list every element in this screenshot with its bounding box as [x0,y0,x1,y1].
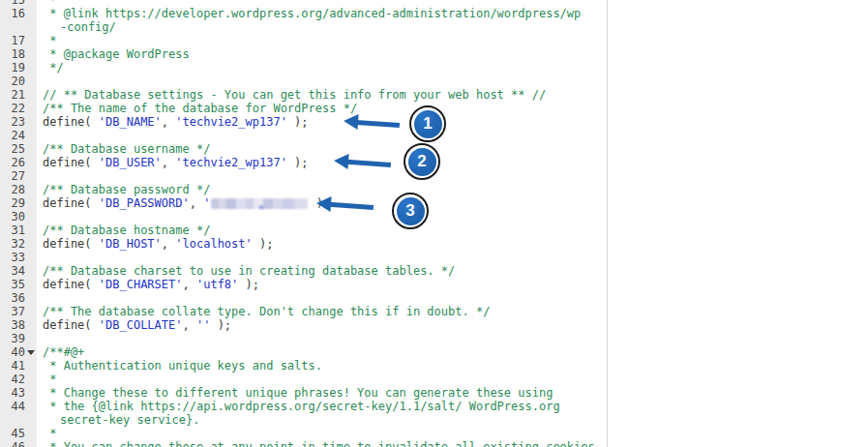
code-token: ); [287,156,309,169]
fold-arrow-icon[interactable] [27,350,35,355]
code-token: ); [238,278,259,291]
code-line: 17 * [0,34,607,47]
code-text: define( 'DB_CHARSET', 'utf8' ); [37,278,607,291]
gutter-cell: 24 [0,129,37,142]
gutter-cell: 31 [0,224,37,237]
line-number: 21 [0,88,37,102]
gutter-cell: 40 [0,345,37,359]
gutter-cell: 37 [0,305,37,318]
code-text [37,291,607,305]
code-token: define( [43,115,99,129]
line-number: 20 [0,74,37,88]
code-line: 28/** Database password */ [0,183,607,196]
code-line: 45 * [0,427,607,440]
code-text: /** Database charset to use in creating … [37,264,607,278]
gutter-cell: 25 [0,142,37,156]
code-line: 34/** Database charset to use in creatin… [0,264,607,278]
line-number: 36 [0,291,37,305]
code-text: * the {@link https://api.wordpress.org/s… [37,400,607,413]
comment-token: /** Database hostname */ [43,224,210,237]
comment-token: -config/ [60,20,116,34]
line-number: 45 [0,427,37,440]
code-text: */ [37,61,607,74]
code-text: // ** Database settings - You can get th… [37,88,607,102]
gutter-cell: 34 [0,264,37,278]
string-token: 'DB_PASSWORD' [99,196,190,210]
gutter-cell: 42 [0,372,37,386]
comment-token: * [43,34,56,47]
string-token: 'utf8' [196,278,238,291]
code-line: 24 [0,129,607,142]
code-text: /** The database collate type. Don't cha… [37,305,607,318]
string-token: 'DB_HOST' [99,237,162,251]
line-number: 18 [0,47,37,61]
code-text: /** Database hostname */ [37,224,607,237]
gutter-cell [0,413,37,427]
gutter-cell: 41 [0,359,37,372]
comment-token: * Change these to different unique phras… [43,386,553,400]
string-token: 'DB_CHARSET' [99,278,183,291]
code-text: secret-key service}. [37,413,607,427]
comment-token: * @package WordPress [43,47,190,61]
code-token: define( [43,278,99,291]
gutter-cell: 28 [0,183,37,196]
comment-token: // ** Database settings - You can get th… [43,88,546,102]
code-text [37,74,607,88]
code-token: , [162,237,175,251]
line-number: 28 [0,183,37,196]
line-number: 44 [0,400,37,413]
code-line: 19 */ [0,61,607,74]
code-text: -config/ [37,20,607,34]
code-token: , [183,318,196,332]
badge-number: 2 [408,148,436,176]
code-token: , [183,278,196,291]
redacted-password [211,198,308,209]
code-text: * Authentication unique keys and salts. [37,359,607,372]
code-line: 22/** The name of the database for WordP… [0,102,607,115]
code-token: ); [253,237,274,251]
comment-token: /** Database password */ [43,183,210,196]
line-number: 25 [0,142,37,156]
code-line: 38define( 'DB_COLLATE', '' ); [0,318,607,332]
line-number: 37 [0,305,37,318]
line-number: 27 [0,169,37,183]
gutter-cell: 22 [0,102,37,115]
code-line: 33 [0,251,607,264]
code-line: 35define( 'DB_CHARSET', 'utf8' ); [0,278,607,291]
code-text: /** Database username */ [37,142,607,156]
code-line: 41 * Authentication unique keys and salt… [0,359,607,372]
badge-number: 3 [397,197,425,225]
code-editor[interactable]: 15 *16 * @link https://developer.wordpre… [0,0,608,447]
code-text [37,129,607,142]
line-number: 15 [0,0,37,7]
line-number: 34 [0,264,37,278]
line-number: 30 [0,210,37,224]
code-line: 29define( 'DB_PASSWORD', ' ); [0,196,607,210]
code-text: * @package WordPress [37,47,607,61]
gutter-cell: 44 [0,400,37,413]
code-line: -config/ [0,20,607,34]
gutter-cell: 27 [0,169,37,183]
annotation-badge-1: 1 [409,105,446,142]
code-text [37,210,607,224]
code-line: secret-key service}. [0,413,607,427]
code-line: 46 * You can change these at any point i… [0,440,607,447]
annotation-badge-3: 3 [392,193,429,229]
line-number: 32 [0,237,37,251]
gutter-cell: 18 [0,47,37,61]
code-line: 36 [0,291,607,305]
code-line: 15 * [0,0,607,7]
gutter-cell: 43 [0,386,37,400]
gutter-cell: 26 [0,156,37,169]
gutter-cell: 39 [0,332,37,345]
line-number: 23 [0,115,37,129]
string-token: 'techvie2_wp137' [175,115,287,129]
gutter-cell: 30 [0,210,37,224]
comment-token: /** The name of the database for WordPre… [43,102,357,115]
code-token: ); [210,318,231,332]
code-text [37,169,607,183]
string-token: ' [203,196,210,210]
line-number: 39 [0,332,37,345]
comment-token: /** Database username */ [43,142,210,156]
comment-token: * [43,372,56,386]
